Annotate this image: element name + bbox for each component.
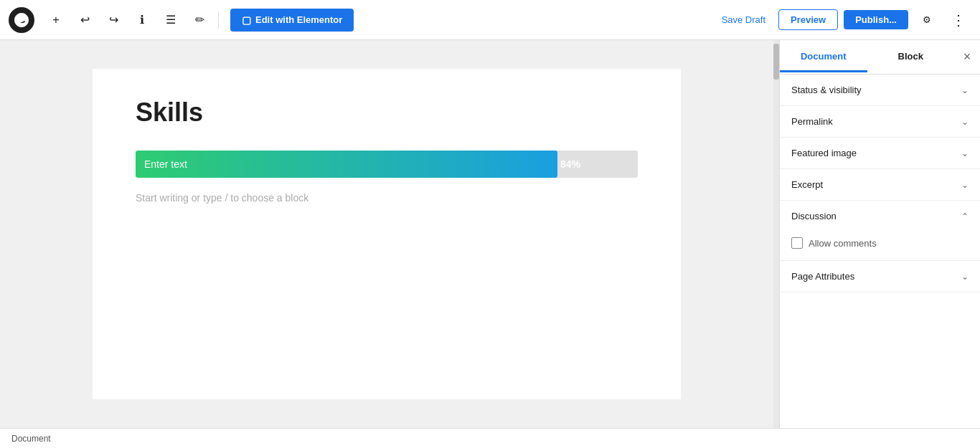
edit-button[interactable]: ✏ xyxy=(187,7,212,33)
section-excerpt-title: Excerpt xyxy=(791,179,823,190)
wp-logo[interactable] xyxy=(9,7,34,33)
section-featured-image-title: Featured image xyxy=(791,148,857,158)
chevron-down-icon: ⌄ xyxy=(961,148,969,158)
section-status-visibility-header[interactable]: Status & visibility ⌄ xyxy=(780,75,980,105)
section-status-visibility-title: Status & visibility xyxy=(791,85,862,95)
tab-document[interactable]: Document xyxy=(780,42,867,72)
canvas-scrollbar[interactable] xyxy=(773,40,779,428)
list-icon: ☰ xyxy=(166,13,176,27)
redo-button[interactable]: ↪ xyxy=(100,7,126,33)
add-block-button[interactable]: + xyxy=(43,7,69,33)
sidebar: Document Block × Status & visibility ⌄ P… xyxy=(779,40,980,428)
main-area: Skills Enter text 84% Start writing or t… xyxy=(0,40,980,428)
section-excerpt: Excerpt ⌄ xyxy=(780,169,980,201)
editor-placeholder[interactable]: Start writing or type / to choose a bloc… xyxy=(136,192,638,204)
settings-icon: ⚙ xyxy=(923,14,931,25)
discussion-content: Allow comments xyxy=(780,232,980,260)
section-excerpt-header[interactable]: Excerpt ⌄ xyxy=(780,169,980,200)
save-draft-button[interactable]: Save Draft xyxy=(715,10,773,29)
sidebar-header: Document Block × xyxy=(780,40,980,75)
sidebar-close-button[interactable]: × xyxy=(954,44,980,70)
more-options-button[interactable]: ⋮ xyxy=(946,7,971,33)
section-permalink-title: Permalink xyxy=(791,116,833,127)
section-page-attributes-header[interactable]: Page Attributes ⌄ xyxy=(780,261,980,292)
canvas-inner: Skills Enter text 84% Start writing or t… xyxy=(93,69,681,399)
toolbar: + ↩ ↪ ℹ ☰ ✏ ▢ Edit with Elementor Save D… xyxy=(0,0,980,40)
progress-bar-percent: 84% xyxy=(560,158,580,170)
section-permalink-header[interactable]: Permalink ⌄ xyxy=(780,106,980,137)
section-featured-image: Featured image ⌄ xyxy=(780,138,980,169)
canvas-scroll-thumb[interactable] xyxy=(773,44,779,80)
section-discussion-title: Discussion xyxy=(791,211,837,221)
info-button[interactable]: ℹ xyxy=(129,7,155,33)
add-icon: + xyxy=(52,14,59,27)
status-bar-label: Document xyxy=(11,434,51,444)
list-view-button[interactable]: ☰ xyxy=(158,7,184,33)
chevron-down-icon: ⌄ xyxy=(961,85,969,95)
status-bar: Document xyxy=(0,428,980,448)
allow-comments-checkbox[interactable] xyxy=(791,237,803,249)
section-page-attributes: Page Attributes ⌄ xyxy=(780,261,980,292)
progress-bar-container[interactable]: Enter text 84% xyxy=(136,151,638,178)
section-featured-image-header[interactable]: Featured image ⌄ xyxy=(780,138,980,168)
progress-bar-text[interactable]: Enter text xyxy=(144,158,187,170)
redo-icon: ↪ xyxy=(109,13,118,27)
section-permalink: Permalink ⌄ xyxy=(780,106,980,138)
edit-elementor-label: Edit with Elementor xyxy=(255,14,342,25)
close-icon: × xyxy=(963,49,971,65)
toolbar-divider xyxy=(218,11,219,29)
info-icon: ℹ xyxy=(140,13,144,27)
chevron-up-icon: ⌃ xyxy=(961,211,969,221)
chevron-down-icon: ⌄ xyxy=(961,117,969,127)
undo-button[interactable]: ↩ xyxy=(72,7,98,33)
preview-button[interactable]: Preview xyxy=(778,9,838,30)
elementor-icon: ▢ xyxy=(242,14,251,26)
allow-comments-label: Allow comments xyxy=(809,238,877,249)
chevron-down-icon: ⌄ xyxy=(961,272,969,282)
pen-icon: ✏ xyxy=(195,13,204,27)
settings-button[interactable]: ⚙ xyxy=(914,7,940,33)
publish-button[interactable]: Publish... xyxy=(844,10,908,29)
progress-bar-fill: Enter text xyxy=(136,151,557,178)
undo-icon: ↩ xyxy=(80,13,90,27)
wp-logo-icon xyxy=(14,13,29,27)
allow-comments-row: Allow comments xyxy=(791,237,969,249)
section-discussion-header[interactable]: Discussion ⌃ xyxy=(780,201,980,232)
toolbar-right: Save Draft Preview Publish... ⚙ ⋮ xyxy=(715,7,971,33)
tab-block[interactable]: Block xyxy=(867,42,955,72)
edit-elementor-button[interactable]: ▢ Edit with Elementor xyxy=(230,9,354,32)
section-status-visibility: Status & visibility ⌄ xyxy=(780,75,980,106)
chevron-down-icon: ⌄ xyxy=(961,180,969,190)
section-page-attributes-title: Page Attributes xyxy=(791,271,854,282)
section-discussion: Discussion ⌃ Allow comments xyxy=(780,201,980,261)
more-icon: ⋮ xyxy=(951,11,966,29)
editor-canvas[interactable]: Skills Enter text 84% Start writing or t… xyxy=(0,40,773,428)
post-title[interactable]: Skills xyxy=(136,97,638,128)
